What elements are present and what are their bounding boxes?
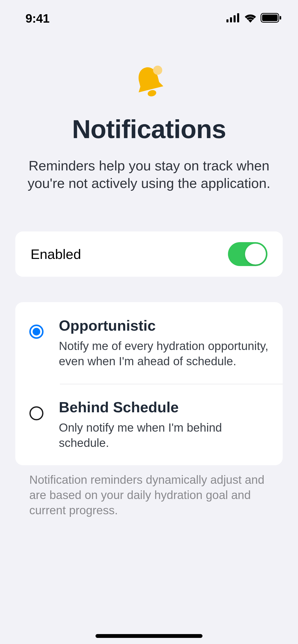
switch-knob bbox=[245, 244, 266, 265]
enabled-label: Enabled bbox=[31, 246, 81, 262]
svg-rect-3 bbox=[237, 13, 239, 22]
home-indicator[interactable] bbox=[96, 634, 202, 638]
radio-selected-icon bbox=[29, 325, 44, 339]
svg-point-10 bbox=[33, 328, 40, 335]
option-body: Behind Schedule Only notify me when I'm … bbox=[59, 399, 269, 451]
option-description: Notify me of every hydration opportunity… bbox=[59, 339, 269, 369]
svg-rect-0 bbox=[226, 19, 228, 22]
option-title: Behind Schedule bbox=[59, 399, 269, 416]
option-description: Only notify me when I'm behind schedule. bbox=[59, 420, 269, 451]
status-bar: 9:41 bbox=[0, 0, 298, 31]
option-behind-schedule[interactable]: Behind Schedule Only notify me when I'm … bbox=[15, 384, 283, 465]
bell-badge-icon bbox=[15, 64, 283, 99]
cellular-icon bbox=[226, 13, 240, 23]
svg-point-7 bbox=[147, 89, 157, 97]
radio-unselected-icon bbox=[29, 406, 44, 420]
svg-point-11 bbox=[30, 407, 43, 420]
options-footnote: Notification reminders dynamically adjus… bbox=[15, 472, 283, 518]
notification-mode-options: Opportunistic Notify me of every hydrati… bbox=[15, 302, 283, 465]
status-indicators bbox=[226, 13, 281, 24]
svg-rect-1 bbox=[230, 17, 232, 22]
option-body: Opportunistic Notify me of every hydrati… bbox=[59, 317, 269, 369]
svg-rect-5 bbox=[262, 14, 278, 21]
wifi-icon bbox=[244, 13, 257, 24]
svg-rect-2 bbox=[234, 15, 236, 22]
enabled-row: Enabled bbox=[15, 231, 283, 277]
page-subtitle: Reminders help you stay on track when yo… bbox=[15, 157, 283, 192]
option-opportunistic[interactable]: Opportunistic Notify me of every hydrati… bbox=[15, 302, 283, 384]
page-title: Notifications bbox=[15, 114, 283, 144]
enabled-toggle[interactable] bbox=[228, 242, 267, 266]
svg-point-8 bbox=[153, 66, 162, 75]
svg-rect-6 bbox=[280, 16, 281, 20]
status-time: 9:41 bbox=[25, 11, 49, 25]
option-title: Opportunistic bbox=[59, 317, 269, 334]
battery-icon bbox=[261, 13, 281, 24]
